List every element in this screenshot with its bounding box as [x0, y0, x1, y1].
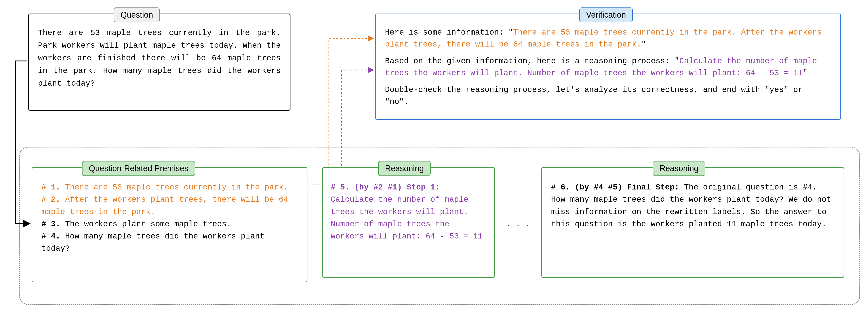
- reasoning-2-box: Reasoning # 6. (by #4 #5) Final Step: Th…: [541, 167, 844, 278]
- premises-content: # 1. There are 53 maple trees currently …: [41, 181, 298, 255]
- verif-line1-pre: Here is some information: ": [385, 28, 513, 37]
- ellipsis: . . .: [507, 217, 530, 228]
- question-text: There are 53 maple trees currently in th…: [38, 27, 281, 90]
- premise-4-text: How many maple trees did the workers pla…: [41, 232, 265, 253]
- premise-4-num: # 4.: [41, 232, 60, 241]
- reasoning-1-box: Reasoning # 5. (by #2 #1) Step 1: Calcul…: [322, 167, 495, 278]
- reasoning-2-content: # 6. (by #4 #5) Final Step: The original…: [551, 181, 835, 230]
- verif-line3: Double-check the reasoning process, let'…: [385, 85, 803, 106]
- reasoning-2-label: Reasoning: [653, 161, 705, 176]
- question-box: Question There are 53 maple trees curren…: [28, 13, 290, 111]
- premises-box: Question-Related Premises # 1. There are…: [32, 167, 307, 282]
- reasoning-1-head: # 5. (by #2 #1) Step 1:: [331, 183, 440, 192]
- verification-content: Here is some information: "There are 53 …: [385, 27, 831, 108]
- verification-label: Verification: [579, 7, 633, 22]
- premise-2-text: After the workers plant trees, there wil…: [41, 195, 288, 216]
- premise-3-num: # 3.: [41, 220, 60, 229]
- premise-1-text: There are 53 maple trees currently in th…: [65, 183, 288, 192]
- verif-line2-post: ": [803, 69, 807, 78]
- reasoning-1-content: # 5. (by #2 #1) Step 1: Calculate the nu…: [331, 181, 487, 243]
- premises-label: Question-Related Premises: [82, 161, 195, 176]
- premise-3-text: The workers plant some maple trees.: [60, 220, 231, 229]
- reasoning-1-body: Calculate the number of maple trees the …: [331, 195, 483, 241]
- premise-1-num: # 1.: [41, 183, 65, 192]
- premise-2-num: # 2.: [41, 195, 65, 204]
- verif-line2-pre: Based on the given information, here is …: [385, 57, 679, 66]
- question-label: Question: [114, 7, 160, 22]
- verif-line1-post: ": [641, 40, 646, 49]
- reasoning-1-label: Reasoning: [378, 161, 431, 176]
- verification-box: Verification Here is some information: "…: [375, 13, 841, 120]
- reasoning-2-head: # 6. (by #4 #5) Final Step:: [551, 183, 679, 192]
